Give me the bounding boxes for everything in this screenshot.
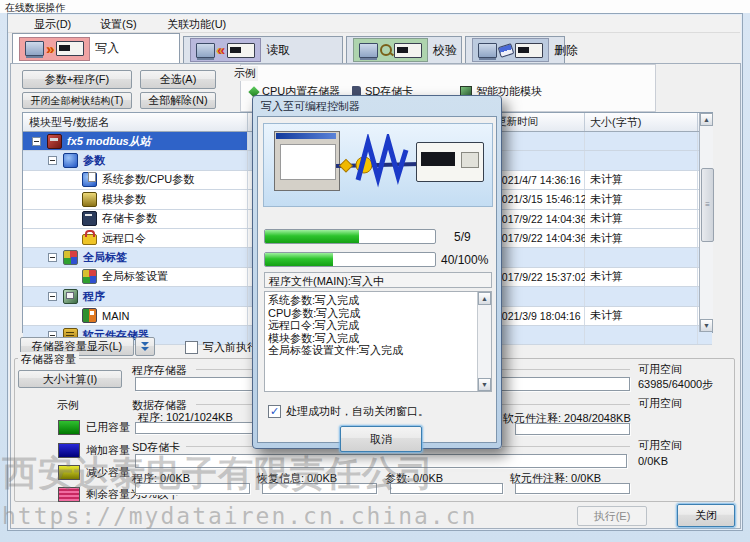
- row-updated: [491, 151, 585, 169]
- auto-close-checkbox[interactable]: ✓: [268, 405, 281, 418]
- chevron-down-icon: [141, 347, 149, 351]
- row-updated: 2021/4/7 14:36:16: [491, 171, 585, 189]
- deselect-all-button[interactable]: 全部解除(N): [140, 92, 216, 109]
- computer-icon: [196, 43, 215, 58]
- sd-card-free-label: 可用空间: [638, 438, 682, 453]
- computer-icon: [25, 41, 44, 56]
- capacity-expand-chevron-button[interactable]: [135, 337, 155, 356]
- module-param-icon: [82, 192, 97, 207]
- plc-device-icon: [56, 41, 84, 56]
- collapse-icon[interactable]: [48, 156, 57, 165]
- watermark-url: https://mydatairen.cn.china.cn: [2, 503, 477, 529]
- row-updated: [491, 287, 585, 305]
- plc-icon: [47, 134, 62, 149]
- header-module-name: 模块型号/数据名: [23, 113, 248, 131]
- tab-read[interactable]: « 读取: [183, 36, 343, 64]
- magnifier-icon: [380, 44, 392, 56]
- scroll-up-icon[interactable]: ▲: [478, 292, 491, 305]
- toggle-tree-button[interactable]: 开闭全部树状结构(T): [22, 92, 132, 109]
- row-size: 未计算: [585, 307, 698, 325]
- read-tab-icon: «: [190, 38, 261, 62]
- dialog-client-area: 5/9 40/100% 程序文件(MAIN):写入中 系统参数:写入完成 CPU…: [257, 116, 497, 443]
- global-label-icon: [63, 250, 78, 265]
- close-button[interactable]: 关闭: [677, 504, 735, 527]
- plc-unit-icon: [416, 142, 484, 182]
- menu-display[interactable]: 显示(D): [30, 17, 75, 31]
- scroll-down-icon[interactable]: ▼: [700, 319, 713, 332]
- sd-card-free-value: 0/0KB: [638, 455, 668, 467]
- scroll-up-icon[interactable]: ▲: [700, 113, 713, 126]
- collapse-icon[interactable]: [48, 292, 57, 301]
- menu-bar: 显示(D) 设置(S) 关联功能(U): [8, 15, 740, 33]
- pre-write-check-checkbox[interactable]: [185, 341, 198, 354]
- row-size: [585, 287, 698, 305]
- row-updated: [491, 248, 585, 266]
- menu-settings[interactable]: 设置(S): [96, 17, 141, 31]
- table-scrollbar[interactable]: ▲ ≡ ▼: [699, 113, 713, 332]
- password-lock-icon: [82, 234, 97, 245]
- progress-bar-files-fill: [265, 230, 359, 243]
- progress-percent-value: 40/100%: [441, 253, 488, 267]
- row-label: 参数: [83, 153, 105, 168]
- progress-files-value: 5/9: [454, 230, 471, 244]
- program-main-icon: [82, 308, 97, 323]
- row-updated: [491, 132, 585, 150]
- program-memory-free-label: 可用空间: [638, 362, 682, 377]
- used-capacity-swatch: [58, 420, 80, 435]
- row-label: 模块参数: [102, 192, 146, 207]
- write-log-box[interactable]: 系统参数:写入完成 CPU参数:写入完成 远程口令:写入完成 模块参数:写入完成…: [264, 291, 492, 392]
- size-calc-button[interactable]: 大小计算(I): [18, 370, 122, 388]
- row-updated: 2021/3/9 18:04:16: [491, 307, 585, 325]
- header-updated: 更新时间: [491, 113, 585, 131]
- row-updated: 2017/9/22 14:04:36: [491, 229, 585, 247]
- plc-device-icon: [515, 43, 543, 58]
- row-size: [585, 326, 698, 344]
- param-folder-icon: [63, 153, 78, 168]
- plc-slot: [461, 152, 479, 168]
- cancel-button[interactable]: 取消: [340, 426, 422, 452]
- memory-capacity-group-title: 存储器容量: [18, 352, 79, 367]
- scroll-down-icon[interactable]: ▼: [478, 378, 491, 391]
- write-progress-dialog: 写入至可编程控制器: [252, 95, 502, 449]
- computer-icon: [359, 43, 378, 58]
- tab-verify[interactable]: 校验: [346, 36, 462, 64]
- row-size: 未计算: [585, 210, 698, 228]
- computer-icon: [478, 43, 497, 58]
- cpu-param-icon: [82, 172, 97, 187]
- param-program-button[interactable]: 参数+程序(F): [22, 70, 132, 89]
- window-titlebar: 在线数据操作: [0, 0, 750, 13]
- delete-tab-icon: [472, 38, 549, 62]
- scrollbar-thumb[interactable]: ≡: [701, 168, 714, 242]
- progress-bar-files: [264, 229, 436, 244]
- row-updated: 2017/9/22 14:04:36: [491, 210, 585, 228]
- row-updated: [491, 326, 585, 344]
- row-size: [585, 132, 698, 150]
- write-tab-icon: »: [19, 37, 90, 61]
- legend-used-label: 已用容量: [86, 420, 130, 435]
- verify-tab-icon: [353, 38, 428, 62]
- arrows-left-icon: «: [217, 44, 225, 56]
- progress-bar-percent-fill: [265, 253, 333, 266]
- tab-write[interactable]: » 写入: [12, 33, 180, 64]
- row-size: [585, 248, 698, 266]
- auto-close-row: ✓ 处理成功时，自动关闭窗口。: [268, 404, 429, 419]
- collapse-icon[interactable]: [32, 137, 41, 146]
- collapse-icon[interactable]: [48, 253, 57, 262]
- tab-delete[interactable]: 删除: [465, 36, 565, 64]
- arrows-right-icon: »: [46, 43, 54, 55]
- program-memory-free-value: 63985/64000步: [638, 377, 713, 392]
- watermark-company: 西安达泰电子有限责任公司: [2, 450, 434, 497]
- row-size: 未计算: [585, 171, 698, 189]
- tab-delete-label: 删除: [554, 42, 578, 59]
- log-scrollbar[interactable]: ▲ ▼: [477, 292, 491, 391]
- select-all-button[interactable]: 全选(A): [140, 70, 216, 89]
- menu-related-functions[interactable]: 关联功能(U): [163, 17, 230, 31]
- row-size: 未计算: [585, 268, 698, 286]
- data-memory-comment-bar: [515, 423, 630, 435]
- data-memory-free-label: 可用空间: [638, 396, 682, 411]
- row-size: 未计算: [585, 190, 698, 208]
- row-size: [585, 151, 698, 169]
- row-label: 系统参数/CPU参数: [102, 172, 194, 187]
- pc-window-icon: [274, 131, 340, 191]
- execute-button[interactable]: 执行(E): [577, 506, 647, 526]
